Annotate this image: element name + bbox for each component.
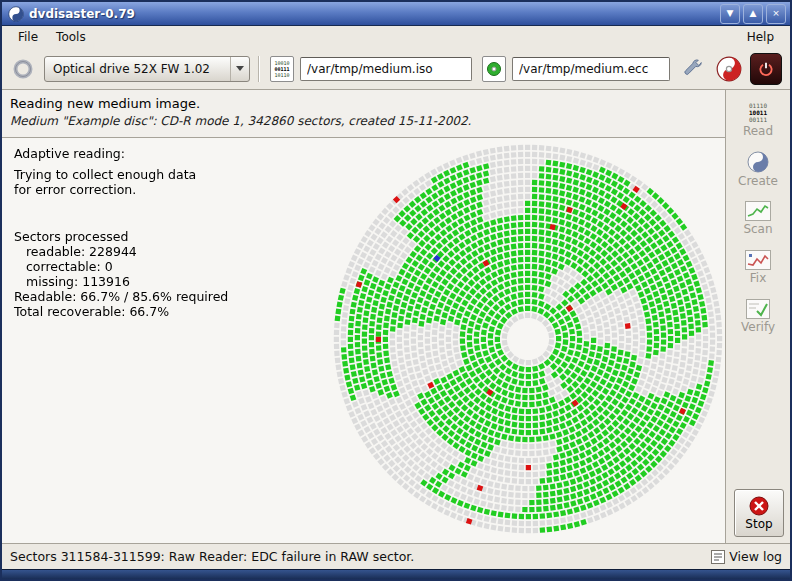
sectors-readable: readable: 228944: [14, 244, 228, 259]
sectors-missing: missing: 113916: [14, 274, 228, 289]
verify-button[interactable]: Verify: [730, 294, 786, 338]
stop-button[interactable]: Stop: [734, 489, 784, 537]
log-icon: [711, 550, 725, 564]
drive-eject-button[interactable]: [10, 56, 36, 82]
verify-label: Verify: [741, 320, 775, 334]
chevron-down-icon: [230, 57, 249, 81]
create-label: Create: [738, 174, 778, 188]
create-button[interactable]: Create: [730, 147, 786, 191]
iso-image-icon: 10010 00111 10110: [270, 56, 294, 82]
drive-icon: [13, 59, 33, 79]
toolbar-separator: [258, 56, 260, 82]
preferences-button[interactable]: [678, 54, 708, 84]
adaptive-desc-line2: for error correction.: [14, 182, 228, 197]
sectors-correctable: correctable: 0: [14, 259, 228, 274]
medium-info: Medium "Example disc": CD-R mode 1, 3428…: [10, 114, 782, 128]
scan-button[interactable]: Scan: [730, 196, 786, 240]
drive-select-value: Optical drive 52X FW 1.02: [45, 57, 230, 81]
menu-tools[interactable]: Tools: [48, 28, 94, 46]
close-button[interactable]: ×: [766, 4, 786, 24]
action-sidebar: 01110 10011 00111 Read Create Scan: [726, 90, 790, 543]
scan-icon: [745, 201, 771, 221]
view-log-label: View log: [729, 549, 782, 564]
menubar: File Tools Help: [2, 26, 790, 48]
adaptive-desc-line1: Trying to collect enough data: [14, 167, 228, 182]
drive-select-combo[interactable]: Optical drive 52X FW 1.02: [44, 56, 250, 82]
power-icon: [757, 60, 775, 78]
fix-button[interactable]: Fix: [730, 245, 786, 289]
reading-info-panel: Adaptive reading: Trying to collect enou…: [14, 146, 228, 319]
read-icon: 01110 10011 00111: [749, 102, 767, 123]
menu-file[interactable]: File: [10, 28, 46, 46]
status-header: Reading new medium image. Medium "Exampl…: [2, 89, 790, 137]
disc-logo-icon: [716, 56, 742, 82]
read-button[interactable]: 01110 10011 00111 Read: [730, 98, 786, 142]
status-message: Sectors 311584-311599: Raw Reader: EDC f…: [10, 549, 711, 564]
toolbar-right-group: [672, 53, 782, 85]
app-window: dvdisaster-0.79 ▼ ▲ × File Tools Help Op…: [0, 0, 792, 581]
stop-icon: [749, 496, 769, 516]
app-icon: [8, 6, 24, 22]
maximize-button[interactable]: ▲: [743, 4, 763, 24]
wrench-icon: [682, 58, 704, 80]
fix-label: Fix: [750, 271, 766, 285]
quit-button[interactable]: [750, 53, 782, 85]
view-log-button[interactable]: View log: [711, 549, 782, 564]
create-icon: [747, 151, 769, 173]
window-title: dvdisaster-0.79: [29, 7, 717, 21]
fix-icon: [745, 250, 771, 270]
ecc-file-icon: [482, 56, 506, 82]
titlebar[interactable]: dvdisaster-0.79 ▼ ▲ ×: [2, 2, 790, 26]
toolbar: Optical drive 52X FW 1.02 10010 00111 10…: [2, 48, 790, 89]
readable-percentage: Readable: 66.7% / 85.6% required: [14, 289, 228, 304]
main-content: Adaptive reading: Trying to collect enou…: [2, 138, 725, 543]
statusbar: Sectors 311584-311599: Raw Reader: EDC f…: [2, 543, 790, 569]
stop-label: Stop: [745, 517, 772, 531]
menu-help[interactable]: Help: [739, 28, 782, 46]
iso-path-input[interactable]: [300, 57, 472, 81]
ecc-path-input[interactable]: [512, 57, 670, 81]
minimize-button[interactable]: ▼: [720, 4, 740, 24]
adaptive-reading-title: Adaptive reading:: [14, 146, 228, 161]
dvdisaster-logo-button[interactable]: [714, 54, 744, 84]
window-bottom-edge: [2, 569, 790, 580]
read-label: Read: [743, 124, 773, 138]
scan-label: Scan: [743, 222, 772, 236]
sectors-processed-title: Sectors processed: [14, 229, 228, 244]
total-recoverable: Total recoverable: 66.7%: [14, 304, 228, 319]
verify-icon: [746, 299, 770, 319]
action-title: Reading new medium image.: [10, 96, 782, 111]
